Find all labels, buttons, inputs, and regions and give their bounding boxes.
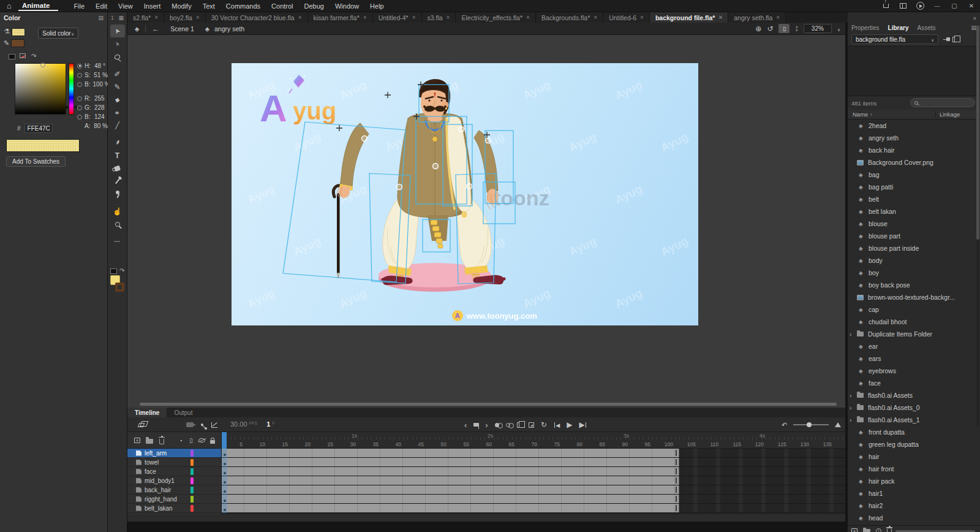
play-button[interactable]	[567, 420, 572, 429]
test-movie-icon[interactable]	[911, 0, 929, 12]
library-item[interactable]: belt lakan	[848, 205, 980, 218]
tab-close-icon[interactable]	[526, 14, 530, 21]
panel-tab[interactable]: Library	[888, 25, 909, 31]
library-item[interactable]: bag	[848, 169, 980, 181]
swap-colors-icon[interactable]	[31, 52, 36, 59]
playhead[interactable]	[222, 432, 227, 449]
delete-item-icon[interactable]	[887, 529, 892, 532]
column-divider[interactable]	[935, 111, 936, 118]
center-stage-icon[interactable]	[755, 25, 761, 33]
layer-outline-color[interactable]	[190, 505, 194, 512]
tool-button[interactable]	[110, 162, 125, 175]
onion-skin-icon[interactable]	[495, 423, 499, 427]
step-back-icon[interactable]	[554, 421, 560, 428]
color-type-select[interactable]: Solid color	[38, 28, 78, 39]
layer-name[interactable]: back_hair	[145, 487, 171, 493]
library-item[interactable]: bag patti	[848, 181, 980, 193]
document-tab[interactable]: s3.fla	[422, 12, 456, 23]
back-arrow-icon[interactable]	[152, 25, 159, 33]
expander-icon[interactable]	[850, 417, 851, 424]
workspace-icon[interactable]	[894, 0, 911, 12]
tool-button[interactable]	[110, 50, 125, 63]
layer-name[interactable]: face	[145, 468, 156, 475]
color-value[interactable]: 255	[94, 95, 105, 102]
tool-button[interactable]	[110, 80, 125, 93]
black-white-icon[interactable]	[9, 54, 14, 58]
color-mode-radio[interactable]	[77, 82, 82, 87]
new-folder-icon[interactable]	[145, 432, 154, 449]
lock-column-icon[interactable]	[208, 432, 217, 449]
new-library-panel-icon[interactable]	[952, 37, 957, 42]
picker-handle[interactable]	[40, 63, 45, 67]
library-item[interactable]: ear	[848, 340, 980, 352]
document-tab[interactable]: background file.fla*	[650, 12, 728, 23]
color-value[interactable]: 51 %	[94, 72, 108, 78]
document-tab[interactable]: 30 Vector Character2 blue.fla	[206, 12, 308, 23]
document-tab[interactable]: Untitled-6	[603, 12, 650, 23]
pin-library-icon[interactable]	[943, 39, 948, 40]
menu-item[interactable]: View	[113, 2, 138, 10]
color-mode-radio[interactable]	[77, 96, 82, 101]
collapse-panels-icon[interactable]	[973, 14, 976, 21]
library-item[interactable]: cap	[848, 303, 980, 316]
layer-name[interactable]: left_arm	[145, 450, 167, 457]
layer-row[interactable]: mid_body1	[127, 476, 221, 485]
tool-button[interactable]	[110, 149, 125, 162]
tab-close-icon[interactable]	[776, 14, 780, 21]
menu-item[interactable]: Text	[197, 2, 221, 10]
previous-keyframe-icon[interactable]	[464, 420, 467, 430]
color-value[interactable]: 228	[94, 104, 105, 111]
app-title[interactable]: Animate	[18, 1, 58, 11]
zoom-level-select[interactable]: 32%	[804, 24, 832, 33]
library-scrollbar[interactable]	[976, 24, 979, 426]
color-mode-radio[interactable]	[77, 73, 82, 78]
layer-outline-color[interactable]	[190, 468, 194, 475]
expander-icon[interactable]	[850, 392, 851, 399]
tab-close-icon[interactable]	[412, 14, 416, 21]
tool-button[interactable]	[110, 188, 125, 200]
tool-button[interactable]	[110, 175, 125, 188]
library-item[interactable]: brown-wood-textured-backgr...	[848, 291, 980, 303]
hue-slider[interactable]	[69, 63, 74, 115]
tool-button[interactable]	[110, 119, 125, 132]
swap-fill-stroke-icon[interactable]	[119, 267, 124, 274]
tool-button[interactable]	[110, 37, 125, 50]
toolbar-menu-icon[interactable]	[118, 15, 124, 21]
expander-icon[interactable]	[850, 331, 851, 338]
library-search-input[interactable]	[910, 98, 975, 107]
library-item[interactable]: blouse part	[848, 230, 980, 242]
frame-row[interactable]	[222, 485, 845, 495]
frame-row[interactable]	[222, 467, 845, 476]
frame-span[interactable]	[222, 449, 679, 457]
menu-item[interactable]: Edit	[90, 2, 113, 10]
menu-item[interactable]: Debug	[299, 2, 330, 10]
layer-row[interactable]: rigght_hand	[127, 495, 221, 504]
no-color-icon[interactable]	[20, 53, 26, 58]
panel-tab[interactable]: Properties	[851, 25, 880, 31]
resize-timeline-icon[interactable]	[835, 422, 841, 427]
library-item[interactable]: 2head	[848, 120, 980, 132]
panel-menu-icon[interactable]	[971, 25, 976, 31]
tool-button[interactable]	[110, 93, 125, 106]
library-document-select[interactable]: background file.fla	[851, 34, 938, 44]
layer-outline-color[interactable]	[190, 450, 194, 457]
new-symbol-icon[interactable]	[851, 528, 858, 532]
library-item[interactable]: green leg dupatta	[848, 438, 980, 450]
library-item[interactable]: Duplicate Items Folder	[848, 328, 980, 340]
library-item[interactable]: flash0.ai Assets	[848, 389, 980, 401]
camera-icon[interactable]	[184, 417, 196, 432]
frame-span[interactable]	[222, 504, 679, 512]
menu-item[interactable]: Help	[364, 2, 390, 10]
add-to-swatches-button[interactable]: Add To Swatches	[6, 156, 66, 167]
marker-icon[interactable]	[473, 423, 478, 427]
library-item[interactable]: eyebrows	[848, 365, 980, 377]
library-item[interactable]: boy back pose	[848, 279, 980, 291]
name-column-header[interactable]: Name	[853, 111, 868, 118]
fill-bucket-icon[interactable]: ⚗	[4, 28, 10, 35]
panel-menu-icon[interactable]	[98, 15, 104, 21]
tool-button[interactable]	[110, 136, 125, 149]
document-tab[interactable]: angry seth.fla	[728, 12, 786, 23]
breadcrumb-scene[interactable]: Scene 1	[170, 25, 194, 32]
menu-item[interactable]: File	[68, 2, 90, 10]
timeline-ruler[interactable]: 1s2s3s4s 5101520253035404550556065707580…	[222, 432, 845, 449]
